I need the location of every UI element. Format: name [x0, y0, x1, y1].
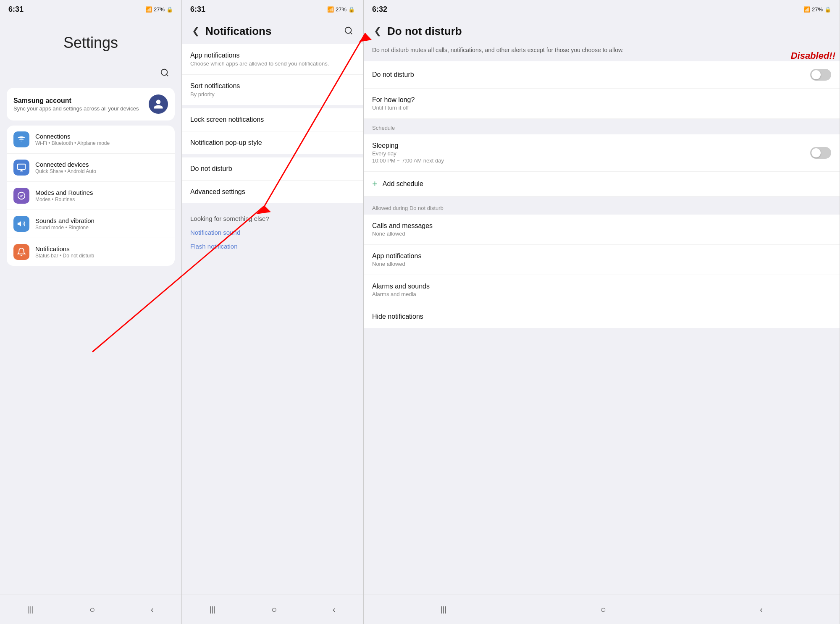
nav-recents-3[interactable]: |||: [432, 601, 455, 618]
lock-screen-notif-item[interactable]: Lock screen notifications: [182, 108, 363, 131]
app-notif-allowed-text: App notifications None allowed: [372, 252, 421, 267]
allowed-label: Allowed during Do not disturb: [364, 200, 840, 215]
advanced-settings-label: Advanced settings: [190, 188, 355, 196]
settings-title: Settings: [0, 17, 181, 64]
calls-messages-sublabel: None allowed: [372, 231, 433, 237]
sidebar-item-sounds[interactable]: Sounds and vibration Sound mode • Ringto…: [7, 210, 175, 238]
sort-notifications-item[interactable]: Sort notifications By priority: [182, 75, 363, 105]
notifications-main-section: App notifications Choose which apps are …: [182, 44, 363, 105]
sleeping-toggle-switch[interactable]: [810, 147, 831, 159]
notifications-icon: [13, 244, 29, 260]
search-button[interactable]: [156, 64, 173, 81]
sidebar-item-notifications[interactable]: Notifications Status bar • Do not distur…: [7, 238, 175, 266]
sounds-label: Sounds and vibration: [35, 217, 94, 224]
looking-section: Looking for something else? Notification…: [182, 207, 363, 257]
home-icon-2: ○: [271, 604, 277, 615]
app-notif-sublabel: Choose which apps are allowed to send yo…: [190, 60, 355, 67]
app-notif-allowed-label: App notifications: [372, 252, 421, 260]
time-1: 6:31: [8, 5, 24, 14]
search-row: [0, 64, 181, 88]
recents-icon-3: |||: [441, 605, 446, 614]
schedule-label: Schedule: [364, 120, 840, 134]
bottom-nav-2: ||| ○ ‹: [182, 595, 363, 624]
popup-style-item[interactable]: Notification pop-up style: [182, 131, 363, 154]
nav-home-1[interactable]: ○: [81, 600, 103, 619]
back-icon-1: ‹: [151, 605, 154, 614]
nav-recents-2[interactable]: |||: [201, 601, 224, 618]
notifications-section2: Lock screen notifications Notification p…: [182, 108, 363, 154]
sleeping-toggle-knob: [811, 148, 821, 157]
dnd-toggle-row[interactable]: Do not disturb: [364, 61, 840, 89]
back-icon-3: ‹: [760, 605, 763, 614]
sleeping-sublabel1: Every day: [372, 150, 444, 157]
calls-messages-text: Calls and messages None allowed: [372, 222, 433, 237]
sleeping-row[interactable]: Sleeping Every day 10:00 PM ~ 7:00 AM ne…: [364, 134, 840, 172]
dnd-panel: 6:32 📶 27% 🔒 ❮ Do not disturb Do not dis…: [364, 0, 840, 624]
dnd-toggle-text: Do not disturb: [372, 71, 414, 79]
notifications-section3: Do not disturb Advanced settings: [182, 157, 363, 203]
for-how-long-value: Until I turn it off: [372, 105, 415, 111]
for-how-long-row[interactable]: For how long? Until I turn it off: [364, 89, 840, 119]
notifications-search-button[interactable]: [342, 24, 355, 38]
app-notifications-allowed-row[interactable]: App notifications None allowed: [364, 245, 840, 275]
nav-home-2[interactable]: ○: [263, 600, 285, 619]
battery-2: 27%: [336, 6, 346, 13]
notifications-back-button[interactable]: ❮: [190, 24, 201, 38]
for-how-long-label: For how long?: [372, 96, 415, 104]
alarms-sounds-sublabel: Alarms and media: [372, 291, 430, 297]
calls-messages-row[interactable]: Calls and messages None allowed: [364, 215, 840, 245]
dnd-toggle-switch[interactable]: [810, 69, 831, 81]
dnd-header: ❮ Do not disturb: [364, 17, 840, 42]
samsung-account-desc: Sync your apps and settings across all y…: [13, 105, 139, 112]
battery-3: 27%: [812, 6, 823, 13]
toggle-knob: [811, 70, 821, 79]
nav-home-3[interactable]: ○: [592, 600, 614, 619]
connections-sublabel: Wi-Fi • Bluetooth • Airplane mode: [35, 140, 110, 146]
app-notifications-item[interactable]: App notifications Choose which apps are …: [182, 44, 363, 75]
flash-notification-link[interactable]: Flash notification: [190, 239, 355, 253]
do-not-disturb-item[interactable]: Do not disturb: [182, 157, 363, 181]
notifications-title: Notifications: [205, 25, 342, 38]
notification-sound-link[interactable]: Notification sound: [190, 225, 355, 239]
sidebar-item-modes-routines[interactable]: Modes and Routines Modes • Routines: [7, 182, 175, 210]
settings-panel: 6:31 📶 27% 🔒 Settings Samsung account: [0, 0, 182, 624]
dnd-toggle-label: Do not disturb: [372, 71, 414, 79]
status-bar-3: 6:32 📶 27% 🔒: [364, 0, 840, 17]
modes-routines-icon: [13, 188, 29, 204]
connected-devices-sublabel: Quick Share • Android Auto: [35, 168, 96, 174]
connections-icon: [13, 131, 29, 147]
back-icon-2: ‹: [333, 605, 336, 614]
add-schedule-row[interactable]: + Add schedule: [364, 172, 840, 197]
nav-back-1[interactable]: ‹: [142, 600, 162, 619]
bottom-nav-3: ||| ○ ‹: [364, 595, 840, 624]
account-avatar: [149, 94, 168, 114]
nav-back-2[interactable]: ‹: [324, 600, 344, 619]
alarms-sounds-row[interactable]: Alarms and sounds Alarms and media: [364, 275, 840, 305]
person-icon: [153, 99, 164, 110]
sidebar-item-connections[interactable]: Connections Wi-Fi • Bluetooth • Airplane…: [7, 126, 175, 154]
home-icon-3: ○: [601, 604, 606, 615]
lock-icon-1: 🔒: [166, 6, 173, 13]
samsung-account-card[interactable]: Samsung account Sync your apps and setti…: [7, 88, 175, 121]
status-bar-2: 6:31 📶 27% 🔒: [182, 0, 363, 17]
for-how-long-text: For how long? Until I turn it off: [372, 96, 415, 111]
nav-back-3[interactable]: ‹: [751, 600, 771, 619]
bottom-nav-1: ||| ○ ‹: [0, 595, 181, 624]
settings-content: Settings Samsung account Sync your apps …: [0, 17, 181, 624]
status-bar-1: 6:31 📶 27% 🔒: [0, 0, 181, 17]
svg-point-4: [345, 27, 352, 33]
time-3: 6:32: [372, 5, 387, 14]
notifications-label: Notifications: [35, 245, 94, 252]
alarms-sounds-text: Alarms and sounds Alarms and media: [372, 283, 430, 297]
nav-recents-1[interactable]: |||: [19, 601, 42, 618]
connected-devices-icon: [13, 160, 29, 176]
dnd-back-button[interactable]: ❮: [372, 24, 383, 38]
hide-notifications-row[interactable]: Hide notifications: [364, 305, 840, 328]
home-icon-1: ○: [89, 604, 95, 615]
sleeping-text: Sleeping Every day 10:00 PM ~ 7:00 AM ne…: [372, 142, 444, 164]
alarms-sounds-label: Alarms and sounds: [372, 283, 430, 290]
samsung-account-text: Samsung account Sync your apps and setti…: [13, 97, 139, 112]
sidebar-item-connected-devices[interactable]: Connected devices Quick Share • Android …: [7, 154, 175, 182]
advanced-settings-item[interactable]: Advanced settings: [182, 181, 363, 203]
lock-screen-label: Lock screen notifications: [190, 116, 355, 123]
